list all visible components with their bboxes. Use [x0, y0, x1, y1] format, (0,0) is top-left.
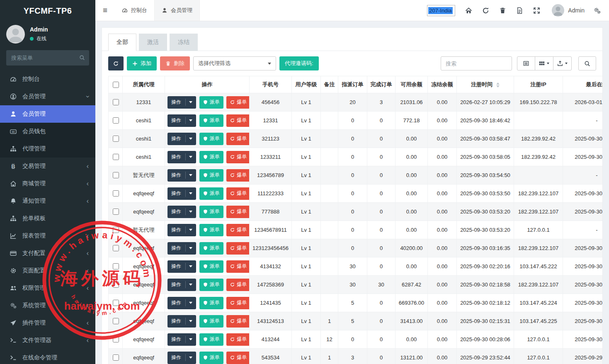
sidebar-item[interactable]: 会员管理›	[0, 88, 95, 105]
navbar-text-input[interactable]: 207-India	[427, 5, 455, 16]
sidebar-item[interactable]: 控制台	[0, 70, 95, 88]
operate-dropdown-button[interactable]: 操作	[167, 224, 196, 236]
burst-order-button[interactable]: 爆单	[226, 151, 249, 163]
dispatch-order-button[interactable]: 派单	[199, 260, 223, 273]
burst-order-button[interactable]: 爆单	[226, 96, 249, 109]
dispatch-order-button[interactable]: 派单	[199, 114, 223, 127]
sidebar-item[interactable]: 支付配置‹	[0, 245, 95, 262]
menu-search-input[interactable]	[6, 50, 89, 66]
operate-dropdown-button[interactable]: 操作	[167, 352, 196, 364]
sidebar-item[interactable]: 报表管理‹	[0, 227, 95, 245]
agent-filter-select[interactable]: 选择代理筛选	[193, 56, 276, 70]
navbar-user[interactable]: Admin	[545, 4, 589, 17]
settings-button[interactable]	[589, 7, 606, 14]
burst-order-button[interactable]: 爆单	[226, 133, 249, 145]
operate-dropdown-button[interactable]: 操作	[167, 333, 196, 346]
sidebar-item[interactable]: 通知管理‹	[0, 192, 95, 210]
operate-dropdown-button[interactable]: 操作	[167, 242, 196, 255]
sort-icon[interactable]	[496, 83, 500, 87]
dispatch-order-button[interactable]: 派单	[199, 96, 223, 109]
operate-dropdown-button[interactable]: 操作	[167, 114, 196, 127]
burst-order-button[interactable]: 爆单	[226, 279, 249, 291]
trash-button[interactable]	[494, 7, 511, 14]
dispatch-order-button[interactable]: 派单	[199, 133, 223, 145]
sidebar-item[interactable]: 页面配置‹	[0, 262, 95, 279]
sidebar-item[interactable]: 商城管理‹	[0, 175, 95, 192]
row-checkbox[interactable]	[113, 354, 119, 361]
dispatch-order-button[interactable]: 派单	[199, 206, 223, 218]
dispatch-order-button[interactable]: 派单	[199, 187, 223, 200]
operate-dropdown-button[interactable]: 操作	[167, 133, 196, 145]
sidebar-item[interactable]: 抢单模板	[0, 210, 95, 227]
row-checkbox[interactable]	[113, 245, 119, 251]
document-button[interactable]	[511, 7, 528, 14]
dispatch-order-button[interactable]: 派单	[199, 352, 223, 364]
home-button[interactable]	[460, 7, 477, 14]
columns-button[interactable]	[535, 56, 553, 70]
operate-dropdown-button[interactable]: 操作	[167, 315, 196, 328]
row-checkbox[interactable]	[113, 136, 119, 142]
row-checkbox[interactable]	[113, 336, 119, 342]
dispatch-order-button[interactable]: 派单	[199, 297, 223, 309]
sidebar-item[interactable]: 系统管理‹	[0, 297, 95, 314]
burst-order-button[interactable]: 爆单	[226, 297, 249, 309]
operate-dropdown-button[interactable]: 操作	[167, 206, 196, 218]
detail-view-button[interactable]	[517, 56, 535, 70]
burst-order-button[interactable]: 爆单	[226, 224, 249, 236]
row-checkbox[interactable]	[113, 318, 119, 324]
sidebar-item[interactable]: 代理管理	[0, 140, 95, 158]
dispatch-order-button[interactable]: 派单	[199, 333, 223, 346]
delete-button[interactable]: 删除	[160, 56, 190, 70]
operate-dropdown-button[interactable]: 操作	[167, 279, 196, 291]
burst-order-button[interactable]: 爆单	[226, 206, 249, 218]
row-checkbox[interactable]	[113, 263, 119, 269]
operate-dropdown-button[interactable]: 操作	[167, 260, 196, 273]
dispatch-order-button[interactable]: 派单	[199, 315, 223, 328]
invite-code-button[interactable]: 代理邀请码:	[279, 56, 319, 70]
row-checkbox[interactable]	[113, 172, 119, 178]
row-checkbox[interactable]	[113, 154, 119, 160]
operate-dropdown-button[interactable]: 操作	[167, 169, 196, 182]
burst-order-button[interactable]: 爆单	[226, 333, 249, 346]
burst-order-button[interactable]: 爆单	[226, 352, 249, 364]
sidebar-item[interactable]: B交易管理‹	[0, 158, 95, 175]
row-checkbox[interactable]	[113, 281, 119, 288]
search-button[interactable]	[578, 56, 596, 70]
app-logo[interactable]: YFCMF-TP6	[0, 0, 95, 22]
sidebar-item[interactable]: 文件管理器‹	[0, 332, 95, 349]
burst-order-button[interactable]: 爆单	[226, 242, 249, 255]
table-search-input[interactable]	[441, 56, 512, 70]
sidebar-item[interactable]: 插件管理‹	[0, 314, 95, 332]
sidebar-item[interactable]: cc会员钱包	[0, 123, 95, 140]
burst-order-button[interactable]: 爆单	[226, 187, 249, 200]
col-reg-time[interactable]: 注册时间	[457, 76, 514, 93]
dispatch-order-button[interactable]: 派单	[199, 151, 223, 163]
row-checkbox[interactable]	[113, 227, 119, 233]
fullscreen-button[interactable]	[528, 7, 545, 14]
tab-active[interactable]: 激活	[139, 34, 167, 51]
burst-order-button[interactable]: 爆单	[226, 260, 249, 273]
operate-dropdown-button[interactable]: 操作	[167, 151, 196, 163]
tab-frozen[interactable]: 冻结	[170, 34, 198, 51]
row-checkbox[interactable]	[113, 99, 119, 105]
sidebar-item[interactable]: 在线命令管理	[0, 349, 95, 364]
navbar-tab-members[interactable]: 会员管理	[154, 0, 200, 21]
row-checkbox[interactable]	[113, 300, 119, 306]
operate-dropdown-button[interactable]: 操作	[167, 297, 196, 309]
add-button[interactable]: 添加	[127, 56, 157, 70]
burst-order-button[interactable]: 爆单	[226, 315, 249, 328]
row-checkbox[interactable]	[113, 190, 119, 197]
row-checkbox[interactable]	[113, 209, 119, 215]
burst-order-button[interactable]: 爆单	[226, 169, 249, 182]
tab-all[interactable]: 全部	[108, 34, 136, 51]
hamburger-menu-icon[interactable]: ≡	[95, 6, 115, 15]
sidebar-item[interactable]: 会员管理	[0, 105, 95, 123]
navbar-tab-dashboard[interactable]: 控制台	[115, 0, 154, 21]
refresh-button[interactable]	[477, 7, 494, 14]
operate-dropdown-button[interactable]: 操作	[167, 187, 196, 200]
export-button[interactable]	[553, 56, 572, 70]
dispatch-order-button[interactable]: 派单	[199, 169, 223, 182]
dispatch-order-button[interactable]: 派单	[199, 224, 223, 236]
refresh-table-button[interactable]	[108, 56, 124, 70]
dispatch-order-button[interactable]: 派单	[199, 242, 223, 255]
